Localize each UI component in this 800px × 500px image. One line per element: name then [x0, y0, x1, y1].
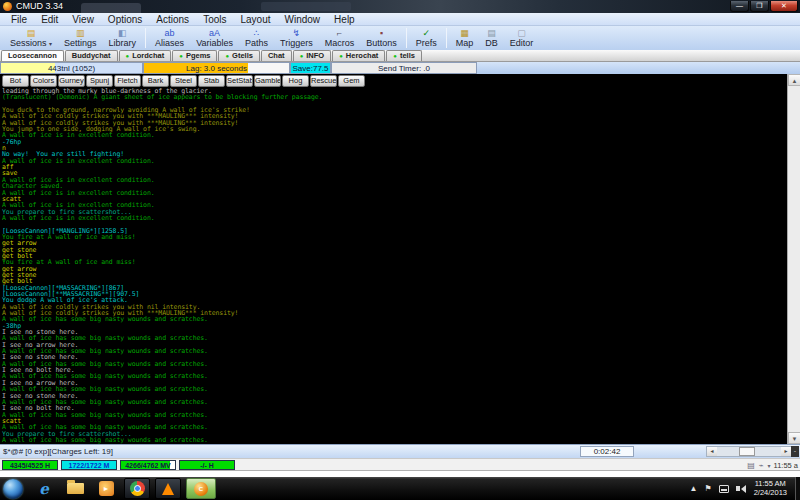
macro-button[interactable]: Bot — [2, 75, 29, 87]
save-indicator: Save:77.5 — [290, 62, 331, 74]
menu-item[interactable]: Options — [101, 13, 149, 26]
map-icon[interactable]: ▦ Map — [450, 26, 480, 50]
restore-button[interactable]: ❐ — [750, 1, 769, 12]
settings-icon[interactable]: ▥ Settings — [58, 26, 103, 50]
editor-icon[interactable]: ▢ Editor — [504, 26, 540, 50]
terminal-line: A wall of ice has some big nasty wounds … — [2, 437, 787, 443]
session-tab[interactable]: INFO — [293, 50, 332, 61]
title-bar: CMUD 3.34 — ❐ ✕ — [0, 0, 800, 13]
menu-item[interactable]: Window — [278, 13, 328, 26]
macro-button-bar: BotColorsGurneySpunjFletchBarkSteelStabS… — [0, 74, 800, 88]
vertical-scrollbar[interactable]: ▲ ▼ — [787, 74, 800, 444]
hidden-icons-arrow-icon[interactable]: ▲ — [690, 484, 698, 493]
chevron-down-icon[interactable]: ▾ — [768, 462, 771, 469]
taskbar-clock[interactable]: 11:55 AM 2/24/2013 — [754, 480, 787, 497]
toolbar-separator — [446, 28, 447, 48]
menu-item[interactable]: View — [65, 13, 101, 26]
menu-item[interactable]: Layout — [233, 13, 277, 26]
macro-button[interactable]: Spunj — [86, 75, 113, 87]
internet-explorer-icon[interactable]: e — [31, 478, 57, 499]
scroll-up-arrow-icon[interactable]: ▲ — [788, 74, 800, 86]
vlc-icon[interactable] — [155, 478, 181, 499]
chrome-icon[interactable] — [124, 478, 150, 499]
media-player-icon[interactable]: ► — [93, 478, 119, 499]
scroll-down-arrow-icon[interactable]: ▼ — [788, 432, 800, 444]
macro-button[interactable]: Colors — [30, 75, 57, 87]
scrollbar-thumb[interactable] — [739, 447, 755, 456]
menu-bar: FileEditViewOptionsActionsToolsLayoutWin… — [0, 13, 800, 26]
system-tray: ▲ ⚑ 11:55 AM 2/24/2013 — [690, 477, 800, 500]
lag-progress-bar: Lag: 3.0 seconds — [143, 62, 290, 74]
session-tab[interactable]: Chat — [261, 50, 292, 61]
library-icon[interactable]: ◧ Library — [103, 26, 143, 50]
close-button[interactable]: ✕ — [770, 1, 798, 12]
hp-gauge: 4345/4525 H — [2, 460, 58, 470]
network-icon[interactable] — [719, 485, 729, 493]
menu-item[interactable]: Actions — [149, 13, 196, 26]
macros-icon[interactable]: ⌐ Macros — [319, 26, 361, 50]
aliases-icon[interactable]: ab Aliases — [149, 26, 190, 50]
status-clock: 11:55 a — [774, 461, 798, 470]
session-tab[interactable]: Gtells — [218, 50, 259, 61]
window-title: CMUD 3.34 — [16, 0, 63, 13]
variables-icon[interactable]: aA Variables — [190, 26, 239, 50]
session-tab[interactable]: Lordchat — [119, 50, 172, 61]
buttons-icon[interactable]: ▪ Buttons — [360, 26, 403, 50]
vitals-gauge-bar: 4345/4525 H 1722/1722 M 4266/4762 MV -/-… — [0, 458, 800, 470]
lag-label: Lag: 3.0 seconds — [144, 63, 289, 73]
triggers-icon[interactable]: ↯ Triggers — [274, 26, 319, 50]
cmud-taskbar-button[interactable]: C — [186, 478, 216, 499]
clock-date: 2/24/2013 — [754, 489, 787, 498]
macro-button[interactable]: Rescue — [310, 75, 337, 87]
send-timer-indicator: Send Timer: .0 — [331, 62, 477, 74]
scroll-right-arrow-icon[interactable]: ► — [781, 447, 791, 456]
cmud-app-icon — [3, 2, 12, 11]
session-tab[interactable]: Buddychat — [65, 50, 118, 61]
prompt-status-bar: $*@# [0 exp][Charges Left: 19] 0:02:42 ◄… — [0, 444, 800, 458]
sessions-icon[interactable]: ▤ Sessions ▾ — [4, 26, 58, 50]
tnl-label: 443tnl (1052) — [1, 63, 142, 73]
session-tab-bar: LoosecannonBuddychatLordchatPgemsGtellsC… — [0, 50, 800, 62]
macro-button[interactable]: SetStab — [226, 75, 253, 87]
session-tab[interactable]: Loosecannon — [1, 50, 64, 61]
connection-icon: ⌁ — [759, 461, 764, 470]
paths-icon[interactable]: ∴ Paths — [239, 26, 274, 50]
moves-gauge: 4266/4762 MV — [120, 460, 176, 470]
mud-output-terminal[interactable]: leading through the murky blue-darkness … — [0, 88, 787, 444]
menu-item[interactable]: File — [4, 13, 34, 26]
tank-gauge-label: -/- H — [180, 461, 234, 469]
macro-button[interactable]: Gurney — [58, 75, 85, 87]
prompt-text: $*@# [0 exp][Charges Left: 19] — [3, 445, 113, 458]
file-explorer-icon[interactable] — [62, 478, 88, 499]
session-tab[interactable]: tells — [386, 50, 422, 61]
macro-button[interactable]: Hog — [282, 75, 309, 87]
macro-button[interactable]: Fletch — [114, 75, 141, 87]
scroll-left-arrow-icon[interactable]: ◄ — [707, 447, 717, 456]
macro-button[interactable]: Gem — [338, 75, 365, 87]
tank-gauge: -/- H — [179, 460, 235, 470]
status-bar: 443tnl (1052) Lag: 3.0 seconds Save:77.5… — [0, 62, 800, 74]
horizontal-scrollbar[interactable]: ◄ ► — [706, 446, 792, 457]
start-button[interactable] — [3, 479, 23, 499]
session-tab[interactable]: Pgems — [172, 50, 217, 61]
macro-button[interactable]: Steel — [170, 75, 197, 87]
macro-button[interactable]: Stab — [198, 75, 225, 87]
session-tab[interactable]: Herochat — [332, 50, 385, 61]
command-input[interactable] — [0, 470, 800, 477]
action-center-flag-icon[interactable]: ⚑ — [704, 484, 711, 493]
prefs-icon[interactable]: ✓ Prefs — [410, 26, 443, 50]
splitter-button[interactable]: - — [791, 446, 799, 457]
mana-gauge-label: 1722/1722 M — [62, 461, 116, 469]
speaker-icon[interactable] — [736, 486, 740, 491]
minimize-button[interactable]: — — [730, 1, 749, 12]
save-label: Save:77.5 — [291, 63, 330, 73]
menu-item[interactable]: Edit — [34, 13, 65, 26]
show-desktop-button[interactable] — [795, 477, 800, 500]
session-timer: 0:02:42 — [580, 446, 634, 457]
menu-item[interactable]: Help — [327, 13, 362, 26]
db-icon[interactable]: ▤ DB — [479, 26, 504, 50]
menu-item[interactable]: Tools — [196, 13, 233, 26]
main-toolbar: ▤ Sessions ▾ ▥ Settings ◧ Library ab Ali… — [0, 26, 800, 50]
macro-button[interactable]: Gamble — [254, 75, 281, 87]
macro-button[interactable]: Bark — [142, 75, 169, 87]
